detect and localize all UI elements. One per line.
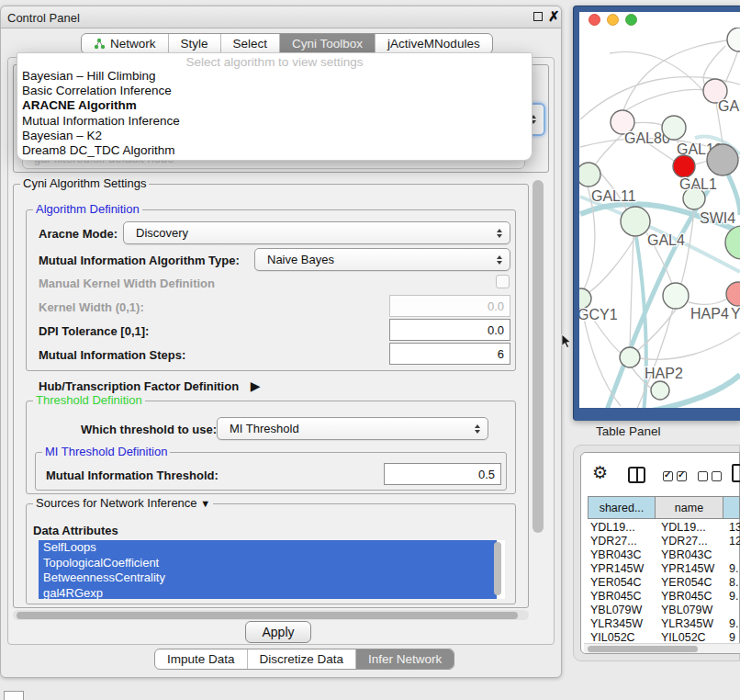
network-node[interactable] — [651, 381, 669, 400]
table-cell: 13 — [723, 521, 740, 534]
table-cell: YPR145W — [584, 562, 655, 575]
sources-title[interactable]: Sources for Network Inference ▼ — [33, 497, 213, 510]
table-row[interactable]: YER054CYER054C8. — [584, 575, 740, 589]
manual-kernel-label: Manual Kernel Width Definition — [39, 277, 215, 290]
mac-zoom-button[interactable] — [625, 14, 637, 26]
column-header-shared-name[interactable]: shared... — [588, 496, 656, 519]
table-row[interactable]: YDL19...YDL19...13 — [584, 520, 740, 534]
gear-icon[interactable]: ⚙ — [592, 463, 608, 483]
table-cell: YER054C — [584, 576, 655, 589]
table-row[interactable]: YBR043CYBR043C — [584, 548, 740, 561]
algorithm-option[interactable]: Basic Correlation Inference — [17, 84, 532, 98]
tab-jactivemnodules[interactable]: jActiveMNodules — [375, 34, 492, 53]
unchecked-box-icon — [712, 471, 722, 481]
table-cell: YIL052C — [655, 631, 723, 644]
float-window-icon[interactable] — [533, 12, 543, 21]
column-header-name[interactable]: name — [655, 496, 723, 519]
algorithm-dropdown: Select algorithm to view settings Bayesi… — [17, 52, 533, 161]
attribute-list-scrollbar[interactable] — [494, 542, 501, 595]
table-cell: YBR043C — [655, 548, 723, 561]
attribute-item[interactable]: gal4RGexp — [39, 586, 497, 600]
mi-type-value: Naive Bayes — [267, 253, 334, 266]
table-cell: YDR27... — [655, 535, 723, 548]
table-cell: YDL19... — [584, 521, 655, 534]
network-node-gal11[interactable] — [579, 163, 600, 186]
node-label: GAL11 — [591, 188, 636, 204]
network-node-y[interactable] — [726, 282, 740, 306]
table-row[interactable]: YIL052CYIL052C9 — [584, 630, 740, 643]
dpi-tolerance-input[interactable] — [389, 319, 510, 341]
control-panel-title: Control Panel — [7, 11, 80, 25]
control-panel-tabbar: Network Style Select Cyni Toolbox jActiv… — [81, 33, 493, 54]
attribute-item[interactable]: TopologicalCoefficient — [39, 556, 497, 571]
data-attributes-list[interactable]: SelfLoopsTopologicalCoefficientBetweenne… — [39, 540, 505, 599]
table-cell: YDL19... — [655, 521, 723, 534]
document-icon[interactable] — [732, 464, 740, 482]
table-row[interactable]: YPR145WYPR145W9. — [584, 561, 740, 575]
tab-infer-network[interactable]: Infer Network — [355, 649, 454, 669]
tab-style[interactable]: Style — [168, 34, 220, 53]
settings-vertical-scrollbar[interactable] — [533, 180, 544, 533]
table-cell: YBL079W — [655, 604, 723, 616]
screen: Control Panel ✗ Network Style Select Cyn… — [0, 0, 740, 700]
attribute-item[interactable]: SelfLoops — [39, 540, 497, 556]
tab-impute-data[interactable]: Impute Data — [155, 649, 247, 669]
table-cell: YPR145W — [655, 562, 723, 575]
stepper-icon — [497, 255, 502, 265]
table-body: YDL19...YDL19...13YDR27...YDR27...12YBR0… — [584, 520, 740, 643]
algorithm-option[interactable]: Mutual Information Inference — [17, 114, 532, 129]
table-cell: 9. — [723, 590, 740, 603]
deselect-all-icon[interactable] — [698, 471, 722, 481]
checked-box-icon — [677, 471, 687, 481]
kernel-width-input[interactable] — [389, 295, 510, 317]
network-node[interactable] — [725, 226, 740, 259]
mac-close-button[interactable] — [589, 14, 600, 26]
attribute-item[interactable]: BetweennessCentrality — [39, 570, 497, 586]
mi-steps-input[interactable] — [389, 343, 510, 365]
select-all-icon[interactable] — [663, 471, 687, 481]
mac-minimize-button[interactable] — [607, 14, 619, 26]
tab-discretize-data[interactable]: Discretize Data — [247, 649, 356, 669]
control-panel-titlebar — [1, 6, 561, 28]
kernel-width-label: Kernel Width (0,1): — [39, 300, 144, 314]
table-horizontal-scrollbar[interactable] — [584, 643, 740, 653]
table-cell: 9 — [723, 631, 740, 644]
table-row[interactable]: YBR045CYBR045C9. — [584, 589, 740, 603]
which-threshold-combo[interactable]: MI Threshold — [217, 417, 488, 440]
algorithm-definition-title: Algorithm Definition — [33, 203, 142, 216]
network-node[interactable] — [673, 155, 695, 177]
tab-cyni-toolbox[interactable]: Cyni Toolbox — [279, 34, 375, 53]
manual-kernel-checkbox[interactable] — [496, 275, 510, 288]
network-graph[interactable]: GALGAL80GAL10GAL11SWI4GAL4GCY1HAP4YHAP2G… — [579, 28, 740, 408]
column-layout-icon[interactable] — [628, 467, 645, 483]
hub-definition-toggle[interactable]: Hub/Transcription Factor Definition ▶ — [39, 378, 261, 393]
algorithm-option[interactable]: ARACNE Algorithm — [17, 98, 532, 113]
column-header-partial[interactable] — [723, 496, 740, 519]
mi-type-combo[interactable]: Naive Bayes — [254, 248, 510, 271]
network-node-gal10[interactable] — [662, 116, 686, 140]
table-cell: YBR045C — [584, 590, 655, 603]
algorithm-options: Bayesian – Hill ClimbingBasic Correlatio… — [17, 69, 532, 158]
tab-select[interactable]: Select — [220, 34, 280, 53]
close-icon[interactable]: ✗ — [548, 8, 560, 25]
apply-button[interactable]: Apply — [245, 621, 311, 643]
network-node[interactable] — [727, 28, 740, 51]
algorithm-option[interactable]: Dream8 DC_TDC Algorithm — [17, 143, 532, 158]
algorithm-option[interactable]: Bayesian – K2 — [17, 129, 532, 143]
network-node[interactable] — [707, 144, 738, 175]
aracne-mode-combo[interactable]: Discovery — [123, 221, 510, 244]
table-panel-title: Table Panel — [596, 424, 661, 438]
network-node-hap4[interactable] — [663, 283, 689, 309]
tab-network[interactable]: Network — [82, 34, 168, 53]
table-row[interactable]: YLR345WYLR345W9. — [584, 616, 740, 630]
stepper-icon — [497, 229, 502, 238]
table-row[interactable]: YBL079WYBL079W — [584, 603, 740, 616]
node-label: SWI4 — [700, 210, 735, 226]
algorithm-option[interactable]: Bayesian – Hill Climbing — [17, 69, 532, 84]
table-row[interactable]: YDR27...YDR27...12 — [584, 534, 740, 548]
settings-horizontal-scrollbar[interactable] — [13, 610, 529, 620]
network-node-hap2[interactable] — [620, 347, 640, 367]
mi-threshold-input[interactable] — [384, 463, 501, 485]
network-node-gal4[interactable] — [621, 207, 650, 236]
cyni-settings-title: Cyni Algorithm Settings — [20, 177, 149, 190]
